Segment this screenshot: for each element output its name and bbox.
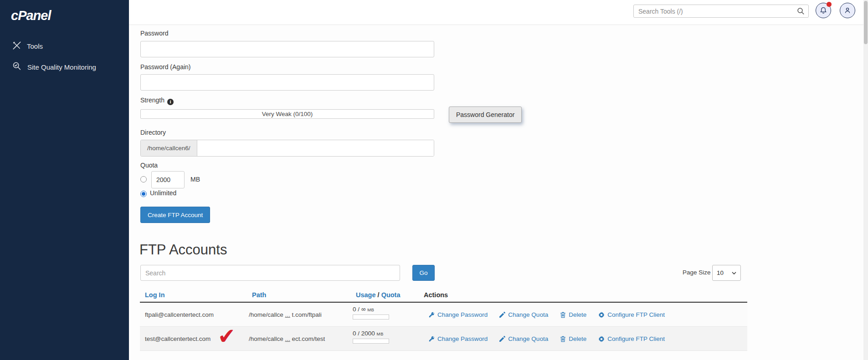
directory-input[interactable] <box>197 140 434 156</box>
password-again-label: Password (Again) <box>140 63 191 71</box>
usage-quota-header: Usage / Quota <box>356 291 401 299</box>
ftp-accounts-title: FTP Accounts <box>139 242 227 258</box>
change-password-link[interactable]: Change Password <box>429 335 488 342</box>
chevron-down-icon <box>732 272 736 274</box>
create-ftp-account-button[interactable]: Create FTP Account <box>140 207 210 223</box>
delete-link[interactable]: Delete <box>560 311 586 318</box>
sort-quota-header[interactable]: Quota <box>381 291 401 299</box>
directory-field: /home/callcen6/ <box>140 140 434 157</box>
usage-cell: 0 / 2000 MB <box>353 330 389 344</box>
password-label: Password <box>140 30 168 37</box>
sidebar-item-tools[interactable]: Tools <box>0 38 129 54</box>
usage-progress-bar <box>353 339 389 344</box>
trash-icon <box>560 336 566 342</box>
password-input[interactable] <box>140 41 434 57</box>
scrollbar-thumb[interactable] <box>864 1 868 44</box>
gear-icon <box>598 336 605 342</box>
unlimited-label: Unlimited <box>150 189 176 197</box>
ftp-login: test@callcentertect.com <box>145 335 211 342</box>
directory-label: Directory <box>140 129 166 136</box>
gear-icon <box>598 312 605 318</box>
actions-cell: Change Password Change Quota Delete Conf… <box>429 327 665 351</box>
notifications-button[interactable] <box>816 3 831 18</box>
path-expand-link[interactable]: ... <box>285 335 290 342</box>
key-icon <box>429 312 435 318</box>
strength-value: Very Weak (0/100) <box>262 111 313 117</box>
table-row: test@callcentertect.com ✔ /home/callce .… <box>140 327 747 351</box>
vertical-scrollbar[interactable] <box>863 0 868 360</box>
red-checkmark-annotation: ✔ <box>217 324 236 349</box>
trash-icon <box>560 312 566 318</box>
sidebar-item-label: Tools <box>27 42 43 50</box>
cpanel-logo: cPanel <box>11 8 51 23</box>
quota-amount-input[interactable] <box>151 171 185 188</box>
delete-link[interactable]: Delete <box>560 335 586 342</box>
quota-unit-label: MB <box>190 176 200 183</box>
tools-icon <box>12 41 21 51</box>
pencil-icon <box>499 336 505 342</box>
ftp-path: /home/callce ... ect.com/test <box>249 335 325 342</box>
sidebar-item-label: Site Quality Monitoring <box>27 63 96 71</box>
accounts-search-input[interactable] <box>140 265 400 281</box>
page-size-select[interactable]: 10 <box>712 265 741 281</box>
cpanel-screen: cPanel Tools Site Quality Monitoring <box>0 0 868 360</box>
quota-amount-radio[interactable] <box>140 176 147 183</box>
strength-meter: Very Weak (0/100) <box>140 109 434 119</box>
sort-path-header[interactable]: Path <box>252 291 266 299</box>
password-generator-button[interactable]: Password Generator <box>449 106 522 123</box>
sidebar-item-site-quality-monitoring[interactable]: Site Quality Monitoring <box>0 59 129 75</box>
user-menu-button[interactable] <box>840 3 855 18</box>
quota-label: Quota <box>140 162 158 169</box>
page-size-label: Page Size <box>683 269 711 276</box>
ftp-path: /home/callce ... t.com/ftpali <box>249 311 322 318</box>
search-icon[interactable] <box>797 7 805 17</box>
password-again-input[interactable] <box>140 74 434 91</box>
page-size-value: 10 <box>717 269 724 276</box>
top-header <box>129 0 868 25</box>
go-button[interactable]: Go <box>412 265 435 281</box>
user-icon <box>843 6 852 15</box>
pencil-icon <box>499 312 505 318</box>
usage-progress-bar <box>353 314 389 319</box>
info-icon[interactable]: i <box>167 99 174 105</box>
actions-header: Actions <box>424 291 448 299</box>
change-quota-link[interactable]: Change Quota <box>499 335 548 342</box>
search-tools-input[interactable] <box>633 5 809 18</box>
usage-cell: 0 / ∞ MB <box>353 306 389 319</box>
change-quota-link[interactable]: Change Quota <box>499 311 548 318</box>
directory-prefix: /home/callcen6/ <box>141 140 197 156</box>
change-password-link[interactable]: Change Password <box>429 311 488 318</box>
sort-login-header[interactable]: Log In <box>145 291 165 299</box>
tools-search <box>633 5 809 18</box>
ftp-accounts-table: Log In Path Usage / Quota Actions ftpali… <box>140 290 747 351</box>
actions-cell: Change Password Change Quota Delete Conf… <box>429 303 665 327</box>
notification-badge <box>827 2 832 7</box>
strength-label: Strengthi <box>140 96 174 105</box>
table-header-row: Log In Path Usage / Quota Actions <box>140 290 747 303</box>
sidebar: cPanel Tools Site Quality Monitoring <box>0 0 129 360</box>
quota-unlimited-radio[interactable] <box>140 191 147 197</box>
monitoring-magnifier-check-icon <box>12 61 22 72</box>
sort-usage-header[interactable]: Usage <box>356 291 376 299</box>
key-icon <box>429 336 435 342</box>
ftp-login: ftpali@callcentertect.com <box>145 311 214 318</box>
main-content: Password Password (Again) Strengthi Very… <box>129 25 868 360</box>
path-expand-link[interactable]: ... <box>285 311 290 318</box>
configure-ftp-client-link[interactable]: Configure FTP Client <box>598 335 665 342</box>
configure-ftp-client-link[interactable]: Configure FTP Client <box>598 311 665 318</box>
bell-icon <box>819 6 827 15</box>
